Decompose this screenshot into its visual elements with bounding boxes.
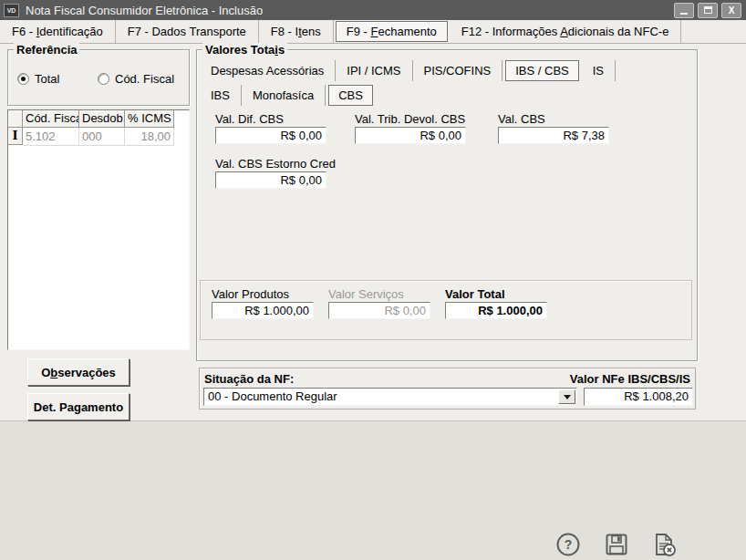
tab-label: F9 - Fechamento (347, 25, 437, 38)
cancel-document-button[interactable] (651, 532, 677, 560)
help-icon: ? (555, 532, 581, 557)
help-button[interactable]: ? (555, 532, 581, 560)
valores-tab-bar: Despesas Acessórias IPI / ICMS PIS/COFIN… (200, 59, 616, 82)
save-icon (604, 532, 629, 557)
radio-total-circle (17, 73, 29, 85)
cell-icms[interactable]: 18,00 (125, 128, 174, 146)
tab-f12-informacoes-adicionais[interactable]: F12 - Informações Adicionais da NFC-e (450, 20, 682, 43)
valor-nfe-field[interactable]: R$ 1.008,20 (584, 388, 693, 406)
tab-ipi-icms[interactable]: IPI / ICMS (336, 60, 412, 81)
close-icon: X (729, 5, 735, 16)
det-pagamento-button[interactable]: Det. Pagamento (27, 393, 130, 420)
cod-fiscal-grid: Cód. Fiscal Desdob. % ICMS I 5.102 000 1… (7, 109, 190, 350)
main-tab-bar: F6 - Identificação F7 - Dados Transporte… (0, 20, 746, 44)
val-cbs-estorno-label: Val. CBS Estorno Cred (215, 157, 336, 171)
tab-label: F6 - Identificação (12, 25, 103, 38)
val-trib-devol-cbs-label: Val. Trib. Devol. CBS (355, 112, 465, 126)
cancel-document-icon (651, 532, 677, 557)
close-button[interactable]: X (721, 3, 741, 18)
valor-total-field[interactable]: R$ 1.000,00 (445, 302, 547, 319)
val-dif-cbs-label: Val. Dif. CBS (215, 112, 284, 126)
valor-produtos-field[interactable]: R$ 1.000,00 (212, 302, 314, 319)
observacoes-button-label: Observações (41, 366, 116, 379)
val-cbs-estorno-field[interactable]: R$ 0,00 (215, 171, 326, 189)
val-cbs-field[interactable]: R$ 7,38 (498, 127, 609, 144)
tab-ibs[interactable]: IBS (200, 85, 242, 106)
val-cbs-label: Val. CBS (498, 112, 545, 126)
situacao-combobox-value: 00 - Documento Regular (208, 389, 337, 403)
window-controls: X (674, 3, 741, 18)
radio-cod-fiscal[interactable]: Cód. Fiscal (98, 72, 174, 86)
radio-total[interactable]: Total (17, 72, 59, 86)
grid-data-row[interactable]: I 5.102 000 18,00 (8, 128, 189, 146)
valor-total-label: Valor Total (445, 287, 505, 301)
valor-produtos-label: Valor Produtos (212, 287, 289, 301)
tab-is[interactable]: IS (582, 60, 616, 81)
grid-header-row: Cód. Fiscal Desdob. % ICMS (8, 110, 189, 128)
valores-totais-groupbox: Valores Totais Despesas Acessórias IPI /… (196, 49, 698, 361)
situacao-label: Situação da NF: (204, 372, 294, 386)
val-dif-cbs-field[interactable]: R$ 0,00 (215, 127, 326, 144)
tab-f8-itens[interactable]: F8 - Itens (259, 20, 334, 43)
maximize-button[interactable] (698, 3, 718, 18)
det-pagamento-button-label: Det. Pagamento (34, 400, 123, 414)
cbs-tab-bar: IBS Monofasíca CBS (200, 84, 376, 106)
tab-monofasica[interactable]: Monofasíca (242, 85, 326, 106)
radio-cod-fiscal-circle (98, 73, 109, 85)
grid-header-selector (8, 110, 23, 128)
tab-despesas-acessorias[interactable]: Despesas Acessórias (200, 60, 336, 81)
minimize-button[interactable] (674, 3, 694, 18)
tab-pis-cofins[interactable]: PIS/COFINS (413, 60, 503, 81)
tab-cbs[interactable]: CBS (328, 85, 373, 106)
totals-panel: Valor Produtos R$ 1.000,00 Valor Serviço… (200, 280, 692, 340)
valor-servicos-label: Valor Serviços (328, 287, 404, 301)
row-selector-marker: I (8, 128, 23, 145)
tab-label: F12 - Informações Adicionais da NFC-e (461, 25, 669, 38)
situacao-combobox[interactable]: 00 - Documento Regular (203, 388, 577, 406)
situacao-panel: Situação da NF: 00 - Documento Regular V… (199, 368, 696, 410)
cell-desdob[interactable]: 000 (79, 128, 125, 146)
cell-cod-fiscal[interactable]: 5.102 (23, 128, 79, 146)
radio-total-label: Total (35, 72, 59, 86)
tab-label: F7 - Dados Transporte (128, 25, 246, 38)
save-button[interactable] (604, 532, 629, 560)
minimize-icon (680, 13, 688, 15)
referencia-groupbox: Referência Total Cód. Fiscal (7, 49, 190, 106)
chevron-down-icon (564, 395, 571, 399)
title-bar: VD Nota Fiscal Consumidor Eletrônica - I… (0, 0, 746, 20)
grid-header-cod-fiscal[interactable]: Cód. Fiscal (23, 110, 79, 128)
tab-f7-dados-transporte[interactable]: F7 - Dados Transporte (116, 20, 259, 43)
valor-nfe-label: Valor NFe IBS/CBS/IS (570, 372, 690, 386)
maximize-icon (704, 6, 712, 14)
tab-f6-identificacao[interactable]: F6 - Identificação (0, 20, 116, 43)
grid-header-desdob[interactable]: Desdob. (79, 110, 125, 128)
observacoes-button[interactable]: Observações (27, 358, 130, 386)
tab-ibs-cbs[interactable]: IBS / CBS (505, 60, 579, 81)
app-window: { "window": { "title": "Nota Fiscal Cons… (0, 0, 746, 560)
valores-totais-title: Valores Totais (202, 43, 287, 57)
tab-f9-fechamento[interactable]: F9 - Fechamento (336, 21, 448, 42)
window-title: Nota Fiscal Consumidor Eletrônica - Incl… (26, 4, 263, 17)
val-trib-devol-cbs-field[interactable]: R$ 0,00 (355, 127, 466, 144)
grid-header-icms[interactable]: % ICMS (125, 110, 174, 128)
app-icon: VD (4, 4, 19, 17)
svg-text:?: ? (565, 537, 573, 552)
valor-servicos-field: R$ 0,00 (328, 302, 430, 319)
radio-cod-fiscal-label: Cód. Fiscal (115, 72, 174, 86)
tab-label: F8 - Itens (271, 25, 321, 38)
referencia-title: Referência (14, 43, 79, 57)
situacao-dropdown-button[interactable] (558, 389, 575, 404)
